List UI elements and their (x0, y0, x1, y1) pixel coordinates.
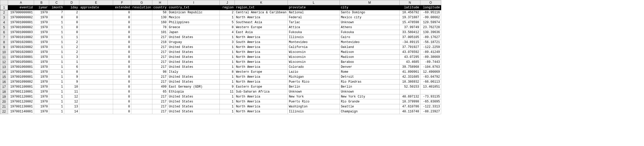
field-header-cell[interactable]: eventid (8, 5, 34, 10)
row-header[interactable]: 18 (0, 89, 8, 94)
data-cell[interactable]: 0 (113, 35, 131, 40)
row-header[interactable]: 6 (0, 30, 8, 35)
data-cell[interactable]: 197001050001 (8, 60, 34, 65)
column-header[interactable]: M (340, 0, 399, 5)
data-cell[interactable]: 1 (220, 94, 235, 99)
data-cell[interactable]: Philippines (168, 20, 220, 25)
field-header-cell[interactable]: longitude (420, 5, 441, 10)
data-cell[interactable] (79, 55, 113, 60)
data-cell[interactable]: 1970 (34, 10, 49, 15)
field-header-cell[interactable]: iyear (34, 5, 49, 10)
data-cell[interactable] (131, 60, 152, 65)
data-cell[interactable]: Sub-Saharan Africa (235, 89, 288, 94)
data-cell[interactable]: 0 (113, 109, 131, 114)
data-cell[interactable]: New York City (340, 94, 399, 99)
data-cell[interactable]: 1970 (34, 94, 49, 99)
data-cell[interactable]: Santo Domingo (340, 10, 399, 15)
data-cell[interactable]: Tarlac (288, 20, 340, 25)
data-cell[interactable]: 217 (152, 45, 168, 50)
data-cell[interactable]: North America (235, 45, 288, 50)
row-header[interactable]: 2 (0, 10, 8, 15)
data-cell[interactable]: 1 (220, 15, 235, 20)
data-cell[interactable] (79, 89, 113, 94)
field-header-cell[interactable]: region (220, 5, 235, 10)
data-cell[interactable]: Detroit (340, 75, 399, 80)
data-cell[interactable]: 1970 (34, 104, 49, 109)
data-cell[interactable]: 1 (49, 89, 64, 94)
data-cell[interactable]: 499 (152, 84, 168, 89)
row-header[interactable]: 9 (0, 45, 8, 50)
data-cell[interactable]: 120.59974 (420, 20, 441, 25)
data-cell[interactable]: 37.99749 (399, 25, 420, 30)
data-cell[interactable] (131, 10, 152, 15)
column-header[interactable]: K (235, 0, 288, 5)
data-cell[interactable]: Central America & Caribbean (235, 10, 288, 15)
field-header-cell[interactable]: iday (64, 5, 79, 10)
data-cell[interactable]: Wisconsin (288, 50, 340, 55)
row-header[interactable]: 8 (0, 40, 8, 45)
data-cell[interactable]: Western Europe (235, 70, 288, 75)
data-cell[interactable] (79, 50, 113, 55)
data-cell[interactable]: United States (168, 109, 220, 114)
data-cell[interactable]: 1 (64, 35, 79, 40)
data-cell[interactable]: 1 (220, 50, 235, 55)
data-cell[interactable]: 0 (113, 55, 131, 60)
data-cell[interactable]: 197001100001 (8, 84, 34, 89)
data-cell[interactable]: -69.95116 (420, 10, 441, 15)
data-cell[interactable] (131, 20, 152, 25)
data-cell[interactable]: Rio Grande (340, 99, 399, 104)
row-header[interactable]: 22 (0, 109, 8, 114)
data-cell[interactable] (131, 40, 152, 45)
data-cell[interactable]: Unknown (288, 89, 340, 94)
data-cell[interactable]: North America (235, 60, 288, 65)
data-cell[interactable]: Western Europe (235, 25, 288, 30)
data-cell[interactable]: 1 (220, 80, 235, 84)
row-header[interactable]: 12 (0, 60, 8, 65)
data-cell[interactable]: Oakland (340, 45, 399, 50)
data-cell[interactable]: North America (235, 104, 288, 109)
select-all-corner[interactable] (0, 0, 8, 5)
column-header[interactable]: L (288, 0, 340, 5)
data-cell[interactable]: 197001130001 (8, 104, 34, 109)
data-cell[interactable]: 39.758968 (399, 65, 420, 70)
data-cell[interactable] (399, 89, 420, 94)
data-cell[interactable]: Lazio (288, 70, 340, 75)
data-cell[interactable]: 78 (152, 25, 168, 30)
data-cell[interactable] (79, 84, 113, 89)
data-cell[interactable]: Seattle (340, 104, 399, 109)
data-cell[interactable]: North America (235, 35, 288, 40)
column-header[interactable]: J (220, 0, 235, 5)
data-cell[interactable]: 23.762728 (420, 25, 441, 30)
row-header[interactable]: 17 (0, 84, 8, 89)
column-header[interactable]: I (168, 0, 220, 5)
data-cell[interactable]: Mexico (168, 15, 220, 20)
data-cell[interactable]: Mexico city (340, 15, 399, 20)
data-cell[interactable]: 1 (49, 20, 64, 25)
column-header[interactable]: B (34, 0, 49, 5)
data-cell[interactable]: 1970 (34, 55, 49, 60)
data-cell[interactable]: 1970 (34, 25, 49, 30)
data-cell[interactable] (79, 60, 113, 65)
field-header-cell[interactable]: latitude (399, 5, 420, 10)
data-cell[interactable]: United States (168, 65, 220, 70)
row-header[interactable]: 14 (0, 70, 8, 75)
data-cell[interactable] (131, 104, 152, 109)
data-cell[interactable]: 1970 (34, 89, 49, 94)
data-cell[interactable]: 12.490069 (420, 70, 441, 75)
data-cell[interactable]: United States (168, 35, 220, 40)
data-cell[interactable]: 1970 (34, 50, 49, 55)
data-cell[interactable]: -104.8763 (420, 65, 441, 70)
data-cell[interactable]: 197001030001 (8, 55, 34, 60)
data-cell[interactable]: -89.7443 (420, 60, 441, 65)
data-cell[interactable]: 10 (64, 84, 79, 89)
data-cell[interactable]: 1 (49, 30, 64, 35)
data-cell[interactable] (79, 30, 113, 35)
data-cell[interactable]: United States (168, 80, 220, 84)
field-header-cell[interactable]: region_txt (235, 5, 288, 10)
data-cell[interactable]: 197001090001 (8, 75, 34, 80)
data-cell[interactable]: California (288, 45, 340, 50)
data-cell[interactable]: 42.331685 (399, 75, 420, 80)
data-cell[interactable] (131, 15, 152, 20)
data-cell[interactable]: 2 (64, 50, 79, 55)
data-cell[interactable] (131, 70, 152, 75)
